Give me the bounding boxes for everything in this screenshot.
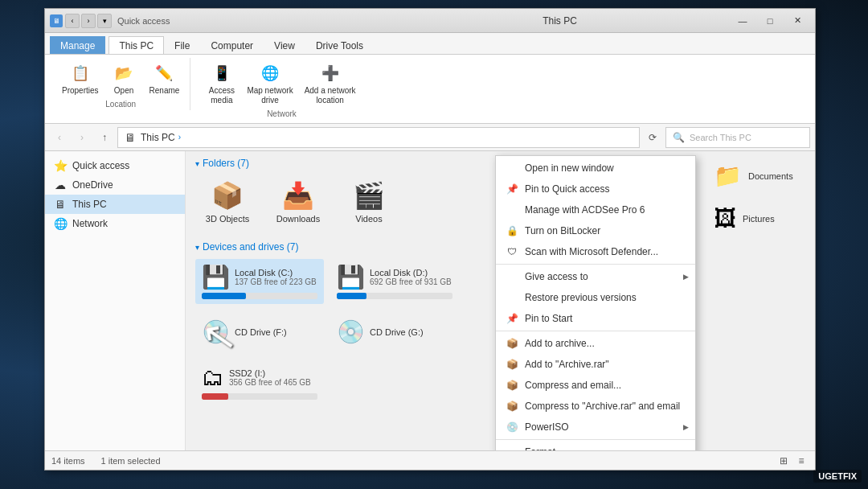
ctx-icon-defender: 🛡: [506, 245, 518, 258]
list-item-documents[interactable]: 📁 Documents: [709, 158, 805, 194]
documents-icon: 📁: [714, 162, 742, 189]
documents-label: Documents: [748, 171, 793, 181]
ribbon-btn-map-network[interactable]: 🌐 Map networkdrive: [243, 60, 297, 108]
drive-info-d: Local Disk (D:) 692 GB free of 931 GB: [370, 268, 452, 286]
list-item[interactable]: 🎬 Videos: [337, 175, 401, 228]
ctx-label-manage-acdsee: Manage with ACDSee Pro 6: [525, 204, 645, 216]
cursor-2: ↗: [389, 437, 436, 450]
ribbon-tabs: Manage This PC File Computer View Drive …: [45, 33, 815, 54]
ribbon-btn-access-media[interactable]: 📱 Accessmedia: [203, 60, 240, 108]
sidebar-item-quick-access[interactable]: ⭐ Quick access: [45, 156, 185, 175]
drive-item-d[interactable]: 💾 Local Disk (D:) 692 GB free of 931 GB: [330, 259, 459, 304]
ctx-label-defender: Scan with Microsoft Defender...: [525, 246, 658, 257]
drive-info-g: CD Drive (G:): [370, 327, 452, 337]
add-network-icon: ➕: [319, 62, 342, 84]
close-button[interactable]: ✕: [784, 13, 810, 29]
nav-up-button[interactable]: ↑: [95, 128, 114, 147]
ctx-pin-quick-access[interactable]: 📌 Pin to Quick access: [496, 179, 695, 199]
ctx-poweriso[interactable]: 💿 PowerISO: [496, 417, 695, 438]
ctx-pin-to-start[interactable]: 📌 Pin to Start: [496, 308, 695, 329]
qa-dropdown[interactable]: ▾: [97, 14, 112, 28]
drive-item-g[interactable]: 💿 CD Drive (G:): [330, 314, 459, 350]
tab-computer[interactable]: Computer: [200, 36, 264, 54]
ribbon-btns-location: 📋 Properties 📂 Open ✏️ Rename: [58, 60, 183, 98]
ctx-icon-add-archive: 📦: [506, 337, 518, 350]
statusbar-right: ⊞ ≡: [776, 454, 809, 468]
nav-refresh-button[interactable]: ⟳: [643, 128, 662, 147]
access-media-label: Accessmedia: [209, 86, 235, 105]
sidebar-item-onedrive[interactable]: ☁ OneDrive: [45, 175, 185, 195]
drive-subtext-i: 356 GB free of 465 GB: [229, 378, 317, 387]
view-btn-details[interactable]: ≡: [794, 454, 809, 468]
drive-item-f[interactable]: 💿 CD Drive (F:): [195, 314, 324, 350]
address-icon: 🖥: [125, 131, 136, 144]
network-icon: 🌐: [53, 217, 68, 230]
ctx-label-restore: Restore previous versions: [525, 292, 637, 303]
ctx-add-to-archive-rar[interactable]: 📦 Add to "Archive.rar": [496, 354, 695, 375]
qa-forward[interactable]: ›: [81, 14, 96, 28]
titlebar-left: 🖥 ‹ › ▾ Quick access: [50, 14, 390, 28]
ctx-compress-email[interactable]: 📦 Compress and email...: [496, 375, 695, 396]
ribbon-btn-add-network[interactable]: ➕ Add a networklocation: [301, 60, 360, 108]
list-item-pictures[interactable]: 🖼 Pictures: [709, 200, 805, 236]
ctx-label-open-new-window: Open in new window: [525, 162, 614, 174]
drive-icon-c: 💾: [202, 264, 230, 290]
drive-name-d: Local Disk (D:): [370, 268, 452, 277]
drive-top-i: 🗂 SSD2 (I:) 356 GB free of 465 GB: [202, 364, 317, 391]
ctx-icon-compress-email: 📦: [506, 379, 518, 392]
ctx-compress-rar-email[interactable]: 📦 Compress to "Archive.rar" and email: [496, 396, 695, 417]
tab-view[interactable]: View: [264, 36, 305, 54]
sidebar-item-this-pc[interactable]: 🖥 This PC: [45, 195, 185, 214]
sidebar-item-label-this-pc: This PC: [72, 199, 107, 210]
ctx-icon-pin-quick-access: 📌: [506, 183, 518, 195]
ctx-add-to-archive[interactable]: 📦 Add to archive...: [496, 333, 695, 354]
maximize-button[interactable]: □: [757, 13, 783, 29]
ribbon-btn-open[interactable]: 📂 Open: [106, 60, 142, 98]
drive-icon-i: 🗂: [202, 364, 224, 391]
tab-manage[interactable]: Manage: [50, 36, 105, 54]
drive-item-c[interactable]: 💾 Local Disk (C:) 137 GB free of 223 GB: [195, 259, 324, 304]
tab-drive-tools[interactable]: Drive Tools: [305, 36, 374, 54]
ctx-label-format: Format...: [525, 446, 563, 450]
tab-this-pc[interactable]: This PC: [108, 36, 164, 54]
nav-back-button[interactable]: ‹: [50, 128, 69, 147]
minimize-button[interactable]: —: [730, 13, 755, 29]
search-bar[interactable]: 🔍 Search This PC: [665, 127, 810, 148]
main-content: ⭐ Quick access ☁ OneDrive 🖥 This PC 🌐 Ne…: [45, 151, 815, 450]
sidebar-item-label-quick-access: Quick access: [72, 160, 129, 171]
ctx-give-access-to[interactable]: Give access to: [496, 266, 695, 287]
qa-back[interactable]: ‹: [65, 14, 80, 28]
titlebar-title: This PC: [390, 15, 730, 27]
nav-forward-button[interactable]: ›: [72, 128, 92, 147]
drive-item-i[interactable]: 🗂 SSD2 (I:) 356 GB free of 465 GB: [195, 360, 324, 405]
ribbon: Manage This PC File Computer View Drive …: [45, 33, 815, 124]
ctx-scan-defender[interactable]: 🛡 Scan with Microsoft Defender...: [496, 241, 695, 262]
address-bar[interactable]: 🖥 This PC ›: [117, 127, 640, 148]
ctx-label-give-access: Give access to: [525, 271, 588, 282]
list-item[interactable]: 📦 3D Objects: [195, 175, 260, 228]
ctx-restore-previous-versions[interactable]: Restore previous versions: [496, 287, 695, 308]
list-item[interactable]: 📥 Downloads: [266, 175, 330, 228]
ctx-format[interactable]: Format...: [496, 442, 695, 450]
ctx-label-compress-rar-email: Compress to "Archive.rar" and email: [525, 401, 680, 412]
ctx-icon-compress-rar-email: 📦: [506, 400, 518, 413]
drive-bar-bg-d: [337, 293, 452, 299]
ctx-icon-bitlocker: 🔒: [506, 224, 518, 237]
ctx-turn-on-bitlocker[interactable]: 🔒 Turn on BitLocker: [496, 220, 695, 241]
ctx-label-pin-start: Pin to Start: [525, 313, 572, 324]
ribbon-btn-properties[interactable]: 📋 Properties: [58, 60, 103, 98]
statusbar: 14 items 1 item selected ⊞ ≡: [45, 450, 815, 470]
ctx-manage-acdsee[interactable]: Manage with ACDSee Pro 6: [496, 199, 695, 220]
sidebar-item-label-onedrive: OneDrive: [72, 179, 113, 191]
view-btn-list[interactable]: ⊞: [776, 454, 791, 468]
ctx-open-new-window[interactable]: Open in new window: [496, 158, 695, 179]
sidebar-item-network[interactable]: 🌐 Network: [45, 214, 185, 233]
drive-top-d: 💾 Local Disk (D:) 692 GB free of 931 GB: [337, 264, 452, 290]
explorer-window: 🖥 ‹ › ▾ Quick access This PC — □ ✕ Manag…: [44, 8, 816, 471]
quick-access-bar: ‹ › ▾: [65, 14, 112, 28]
tab-file[interactable]: File: [164, 36, 200, 54]
ctx-separator-1: [496, 264, 695, 265]
ribbon-btn-rename[interactable]: ✏️ Rename: [145, 60, 184, 98]
sidebar: ⭐ Quick access ☁ OneDrive 🖥 This PC 🌐 Ne…: [45, 151, 186, 450]
search-icon: 🔍: [673, 132, 685, 143]
